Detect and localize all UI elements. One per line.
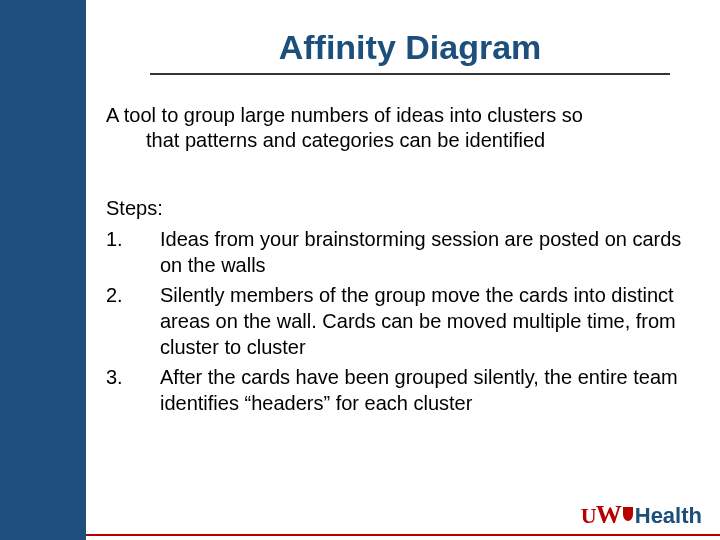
- step-text: Silently members of the group move the c…: [160, 282, 686, 360]
- step-number: 3.: [106, 364, 160, 416]
- logo-health-text: Health: [635, 503, 702, 529]
- steps-label: Steps:: [106, 197, 720, 220]
- step-text: Ideas from your brainstorming session ar…: [160, 226, 686, 278]
- step-number: 1.: [106, 226, 160, 278]
- list-item: 1. Ideas from your brainstorming session…: [106, 226, 686, 278]
- side-accent-bar: [0, 0, 86, 540]
- bottom-divider: [86, 534, 720, 536]
- list-item: 3. After the cards have been grouped sil…: [106, 364, 686, 416]
- intro-line-1: A tool to group large numbers of ideas i…: [106, 104, 583, 126]
- step-text: After the cards have been grouped silent…: [160, 364, 686, 416]
- logo-crest-icon: [623, 507, 633, 521]
- intro-line-2: that patterns and categories can be iden…: [106, 128, 666, 153]
- step-number: 2.: [106, 282, 160, 360]
- title-underline: [150, 73, 670, 75]
- uw-health-logo: UW Health: [581, 500, 702, 530]
- logo-uw-text: UW: [581, 500, 621, 530]
- list-item: 2. Silently members of the group move th…: [106, 282, 686, 360]
- slide-title: Affinity Diagram: [150, 28, 670, 67]
- slide-content: Affinity Diagram A tool to group large n…: [100, 0, 720, 540]
- intro-text: A tool to group large numbers of ideas i…: [106, 103, 666, 153]
- steps-list: 1. Ideas from your brainstorming session…: [106, 226, 686, 416]
